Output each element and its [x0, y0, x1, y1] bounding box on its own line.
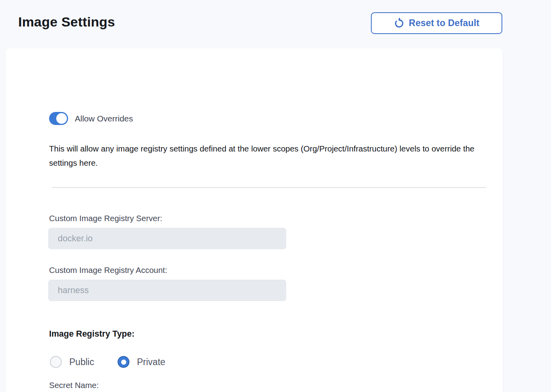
radio-option-public[interactable]: Public [50, 356, 94, 368]
registry-server-label: Custom Image Registry Server: [49, 214, 162, 223]
registry-server-input[interactable] [48, 228, 286, 249]
page-title: Image Settings [18, 14, 115, 30]
allow-overrides-label: Allow Overrides [75, 114, 133, 123]
radio-public-label: Public [69, 357, 94, 367]
reset-to-default-button[interactable]: Reset to Default [371, 12, 502, 34]
settings-card: Allow Overrides This will allow any imag… [6, 48, 503, 392]
section-divider [52, 187, 486, 188]
reset-icon [394, 18, 405, 28]
radio-unselected-icon [50, 356, 62, 368]
allow-overrides-toggle[interactable] [49, 112, 68, 125]
secret-name-label: Secret Name: [49, 381, 99, 390]
registry-account-label: Custom Image Registry Account: [49, 265, 167, 275]
reset-button-label: Reset to Default [409, 18, 479, 28]
allow-overrides-row: Allow Overrides [49, 112, 133, 125]
radio-selected-icon [118, 356, 129, 368]
radio-option-private[interactable]: Private [118, 356, 165, 368]
radio-private-label: Private [137, 357, 165, 367]
overrides-description: This will allow any image registry setti… [49, 142, 494, 170]
toggle-knob-icon [56, 113, 67, 124]
registry-account-input[interactable] [48, 280, 286, 301]
registry-type-label: Image Registry Type: [49, 329, 135, 339]
image-settings-page: Image Settings Reset to Default Allow Ov… [0, 0, 551, 392]
